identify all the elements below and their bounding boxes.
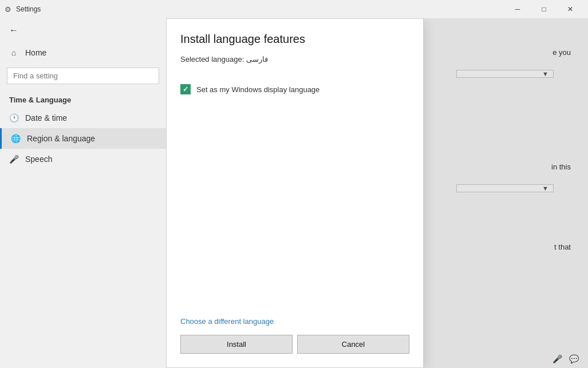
install-button[interactable]: Install — [180, 335, 293, 354]
display-language-checkbox[interactable]: ✓ — [180, 84, 191, 94]
minimize-button[interactable]: ─ — [504, 0, 531, 18]
display-language-checkbox-row: ✓ Set as my Windows display language — [180, 84, 409, 94]
selected-language-value: فارسی — [246, 55, 268, 64]
sidebar-item-date-time[interactable]: 🕐 Date & time — [0, 108, 166, 128]
region-language-icon: 🌐 — [11, 134, 20, 143]
choose-different-language-link[interactable]: Choose a different language — [180, 317, 409, 326]
region-language-label: Region & language — [27, 134, 95, 143]
title-bar-controls: ─ □ ✕ — [504, 0, 583, 18]
section-title: Time & Language — [0, 91, 166, 108]
title-bar-left: ⚙ Settings — [5, 5, 504, 14]
date-time-label: Date & time — [25, 113, 67, 122]
main-content: e you ▼ in this ▼ t th — [166, 18, 588, 368]
install-language-dialog: Install language features Selected langu… — [166, 18, 424, 368]
search-input[interactable] — [7, 68, 159, 84]
dialog-buttons: Install Cancel — [180, 335, 409, 354]
dialog-footer: Choose a different language Install Canc… — [167, 308, 423, 367]
maximize-button[interactable]: □ — [531, 0, 557, 18]
sidebar-item-home[interactable]: ⌂ Home — [0, 42, 166, 63]
cancel-button[interactable]: Cancel — [297, 335, 409, 354]
dialog-selected-language: Selected language: فارسی — [180, 55, 409, 64]
back-icon: ← — [9, 25, 18, 35]
app-container: ← ⌂ Home Time & Language 🕐 Date & time 🌐… — [0, 18, 588, 368]
sidebar: ← ⌂ Home Time & Language 🕐 Date & time 🌐… — [0, 18, 166, 368]
close-button[interactable]: ✕ — [557, 0, 583, 18]
sidebar-item-speech[interactable]: 🎤 Speech — [0, 149, 166, 169]
dialog-body: ✓ Set as my Windows display language — [167, 84, 423, 308]
speech-icon: 🎤 — [9, 155, 18, 164]
dialog-title: Install language features — [180, 33, 409, 46]
title-bar: ⚙ Settings ─ □ ✕ — [0, 0, 588, 18]
display-language-label: Set as my Windows display language — [196, 85, 319, 94]
speech-label: Speech — [25, 155, 52, 164]
title-bar-title: Settings — [16, 5, 41, 13]
checkmark-icon: ✓ — [183, 85, 188, 93]
home-label: Home — [25, 48, 46, 57]
dialog-header: Install language features Selected langu… — [167, 19, 423, 84]
back-button[interactable]: ← — [0, 18, 166, 42]
sidebar-item-region-language[interactable]: 🌐 Region & language — [0, 128, 166, 149]
settings-icon: ⚙ — [5, 5, 11, 14]
home-icon: ⌂ — [9, 48, 18, 57]
date-time-icon: 🕐 — [9, 113, 18, 122]
selected-language-label: Selected language: — [180, 55, 244, 64]
